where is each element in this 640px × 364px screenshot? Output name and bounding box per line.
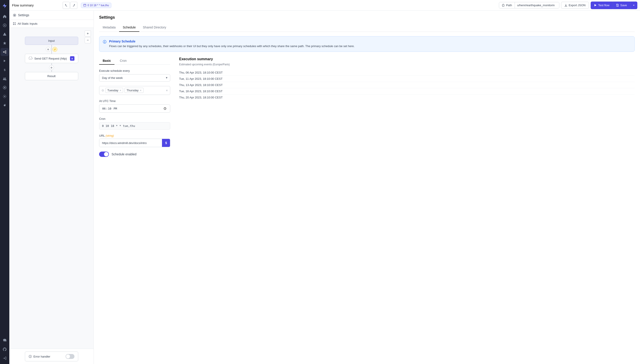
static-inputs-bar[interactable]: All Static Inputs xyxy=(9,20,94,28)
sidebar-item-settings[interactable] xyxy=(1,92,9,100)
sidebar-item-starred[interactable] xyxy=(1,39,9,47)
schedule-enabled-toggle[interactable] xyxy=(99,152,109,157)
day-thursday-label: Thursday xyxy=(126,89,138,92)
utc-time-group: At UTC Time xyxy=(99,99,170,113)
svg-point-12 xyxy=(4,87,5,88)
cron-display-label: Cron xyxy=(99,117,170,120)
sidebar-item-audit[interactable] xyxy=(1,84,9,92)
flow-title-input[interactable] xyxy=(12,3,61,7)
test-save-group: Test flow Save xyxy=(591,2,637,9)
node-connector-1: ⊕ ⚡ xyxy=(46,45,57,54)
static-inputs-label: All Static Inputs xyxy=(18,22,38,25)
utc-time-input[interactable] xyxy=(99,104,170,113)
info-box-content: Primary Schedule Flows can be triggered … xyxy=(109,40,355,48)
sidebar-item-resources[interactable]: $ xyxy=(1,66,9,74)
error-handler-label: Error handler xyxy=(34,355,64,358)
exec-summary-subtitle: Estimated upcoming events (Europe/Paris) xyxy=(179,63,635,66)
save-dropdown-button[interactable] xyxy=(630,2,637,9)
path-button[interactable]: Path xyxy=(499,2,515,8)
export-json-button[interactable]: Export JSON xyxy=(561,2,589,9)
exec-event-3: Tue, 18 Apr 2023, 18:10:00 CEST xyxy=(179,88,635,94)
days-selector[interactable]: ⊙ Tuesday × Thursday × × xyxy=(99,86,170,95)
sidebar-item-scripts[interactable] xyxy=(1,57,9,65)
svg-rect-22 xyxy=(15,22,16,23)
info-box-title: Primary Schedule xyxy=(109,40,355,43)
add-step-icon[interactable]: ⊕ xyxy=(46,47,51,52)
sidebar-item-logout[interactable] xyxy=(1,354,9,362)
svg-rect-7 xyxy=(5,52,6,53)
info-icon xyxy=(103,40,106,48)
primary-schedule-info: Primary Schedule Flows can be triggered … xyxy=(99,36,635,52)
lightning-icon[interactable]: ⚡ xyxy=(52,47,57,52)
flow-nodes: Input ⊕ ⚡ Send GET Request (http) a xyxy=(14,32,89,80)
sidebar-item-groups[interactable] xyxy=(1,75,9,83)
sidebar-item-plugins[interactable] xyxy=(1,101,9,109)
day-chip-tuesday[interactable]: Tuesday × xyxy=(105,88,123,93)
exec-event-0: Thu, 06 Apr 2023, 18:10:00 CEST xyxy=(179,70,635,76)
tab-metadata[interactable]: Metadata xyxy=(99,23,119,32)
save-label: Save xyxy=(620,4,627,7)
day-thursday-remove[interactable]: × xyxy=(140,89,142,92)
execute-every-group: Execute schedule every Day of the week E… xyxy=(99,69,170,82)
url-input[interactable] xyxy=(99,139,162,147)
day-tuesday-label: Tuesday xyxy=(107,89,118,92)
app-logo[interactable] xyxy=(1,2,9,10)
svg-rect-24 xyxy=(15,24,16,25)
execute-every-select[interactable]: Day of the week Every minute Every hour … xyxy=(99,74,170,82)
tab-shared-directory[interactable]: Shared Directory xyxy=(139,23,170,32)
undo-button[interactable] xyxy=(63,2,70,9)
execute-every-label: Execute schedule every xyxy=(99,69,170,72)
svg-rect-16 xyxy=(84,4,84,5)
svg-point-10 xyxy=(5,78,6,79)
test-flow-button[interactable]: Test flow xyxy=(591,2,613,9)
zoom-in-button[interactable]: + xyxy=(85,30,91,37)
add-step-icon-2[interactable]: ⊕ xyxy=(49,65,54,70)
sidebar-item-runs[interactable] xyxy=(1,21,9,29)
subtab-basic[interactable]: Basic xyxy=(99,57,114,65)
http-node-badge: a xyxy=(70,56,74,61)
sidebar-item-github[interactable] xyxy=(1,345,9,353)
error-handler-bar[interactable]: Error handler xyxy=(25,352,78,361)
zoom-out-button[interactable]: − xyxy=(85,37,91,43)
day-tuesday-remove[interactable]: × xyxy=(120,89,121,92)
sidebar-item-flows[interactable] xyxy=(1,48,9,56)
save-icon xyxy=(616,4,619,7)
svg-marker-8 xyxy=(4,60,6,62)
test-flow-label: Test flow xyxy=(598,4,610,7)
exec-event-2: Thu, 13 Apr 2023, 18:10:00 CEST xyxy=(179,82,635,88)
sidebar-item-users[interactable] xyxy=(1,30,9,38)
tab-schedule[interactable]: Schedule xyxy=(119,23,139,32)
cron-badge: 0 10 18 * * tue,thu xyxy=(81,3,111,8)
flow-node-result[interactable]: Result xyxy=(25,72,78,80)
save-button[interactable]: Save xyxy=(613,2,630,9)
url-variable-button[interactable]: $ xyxy=(162,139,170,147)
flow-node-result-label: Result xyxy=(47,74,56,78)
flow-node-http[interactable]: Send GET Request (http) a xyxy=(25,54,78,63)
undo-redo-group xyxy=(63,2,77,9)
cron-display-group: Cron 0 10 18 * * tue,thu xyxy=(99,117,170,130)
schedule-enabled-label: Schedule enabled xyxy=(112,152,136,156)
redo-button[interactable] xyxy=(70,2,77,9)
export-icon xyxy=(564,4,567,7)
days-selector-group: ⊙ Tuesday × Thursday × × xyxy=(99,86,170,95)
days-clear-button[interactable]: × xyxy=(166,89,168,92)
error-handler-toggle[interactable] xyxy=(66,354,74,359)
cron-display-value: 0 10 18 * * tue,thu xyxy=(99,122,170,130)
settings-icon xyxy=(13,14,16,17)
subtab-cron[interactable]: Cron xyxy=(116,57,130,65)
grid-icon xyxy=(13,22,16,25)
flow-canvas: + − Input ⊕ ⚡ xyxy=(9,28,94,349)
svg-marker-0 xyxy=(3,4,7,8)
sidebar: $ xyxy=(0,0,9,364)
exec-event-4: Thu, 20 Apr 2023, 18:10:00 CEST xyxy=(179,94,635,100)
url-type-badge: (string) xyxy=(106,134,114,137)
svg-rect-17 xyxy=(85,4,86,5)
sidebar-item-discord[interactable] xyxy=(1,336,9,344)
path-input[interactable] xyxy=(515,2,559,8)
sidebar-item-home[interactable] xyxy=(1,12,9,20)
cloud-icon xyxy=(29,56,33,60)
play-icon xyxy=(594,4,597,7)
day-chip-thursday[interactable]: Thursday × xyxy=(124,88,143,93)
flow-node-input[interactable]: Input xyxy=(25,37,78,45)
settings-bar-title: Settings xyxy=(18,13,29,17)
